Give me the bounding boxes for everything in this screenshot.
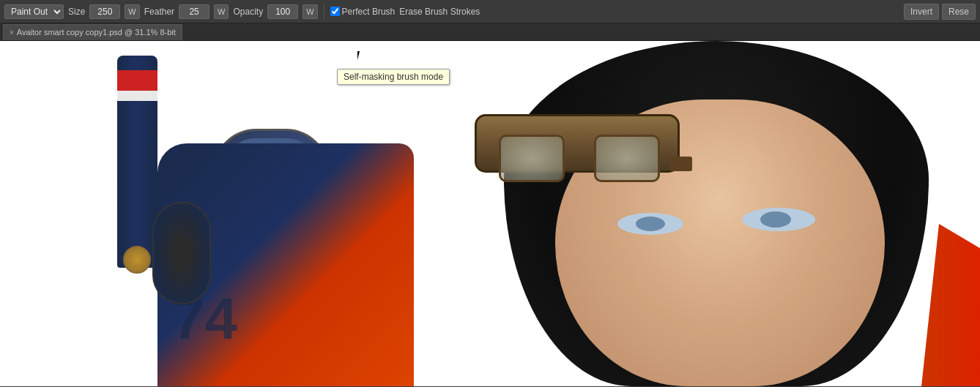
- tab-close-icon[interactable]: ×: [10, 29, 14, 37]
- goggles: [467, 99, 694, 195]
- engine: [152, 202, 211, 304]
- propeller: [117, 56, 157, 268]
- toolbar: Paint Out Paint In Size W Feather W Opac…: [0, 0, 980, 23]
- feather-label: Feather: [144, 7, 174, 17]
- propeller-stripe-white: [117, 91, 157, 101]
- opacity-label: Opacity: [233, 7, 263, 17]
- canvas-area[interactable]: 74 Self-masking brush mode: [0, 41, 980, 386]
- tooltip-text: Self-masking brush mode: [344, 72, 443, 82]
- toolbar-right-buttons: Invert Rese: [904, 4, 976, 20]
- propeller-emblem: [123, 246, 151, 274]
- feather-input[interactable]: [179, 4, 209, 19]
- reset-button[interactable]: Rese: [942, 4, 976, 20]
- perfect-brush-text: Perfect Brush: [342, 7, 396, 17]
- opacity-input[interactable]: [267, 4, 298, 19]
- invert-button[interactable]: Invert: [904, 4, 939, 20]
- tooltip: Self-masking brush mode: [337, 69, 450, 85]
- toolbar-separator: [324, 4, 324, 19]
- airplane-body: 74: [44, 56, 322, 363]
- feather-w-button[interactable]: W: [214, 4, 229, 19]
- tool-dropdown[interactable]: Paint Out Paint In: [4, 4, 64, 19]
- woman-figure: [467, 41, 980, 386]
- size-w-button[interactable]: W: [125, 4, 139, 19]
- tab-title: Avaitor smart copy copy1.psd @ 31.1% 8-b…: [17, 28, 176, 37]
- goggle-lens-right: [594, 135, 660, 182]
- goggle-strap: [670, 157, 692, 171]
- eye-right: [742, 208, 815, 231]
- size-label: Size: [68, 7, 85, 17]
- perfect-brush-label[interactable]: Perfect Brush: [330, 7, 396, 17]
- size-input[interactable]: [89, 4, 120, 19]
- tabbar: × Avaitor smart copy copy1.psd @ 31.1% 8…: [0, 23, 980, 41]
- opacity-w-button[interactable]: W: [302, 4, 317, 19]
- image-scene: 74: [0, 41, 980, 386]
- document-tab[interactable]: × Avaitor smart copy copy1.psd @ 31.1% 8…: [3, 24, 182, 40]
- erase-brush-strokes-label: Erase Brush Strokes: [399, 7, 480, 17]
- eye-left: [617, 213, 683, 235]
- perfect-brush-checkbox[interactable]: [330, 7, 340, 16]
- goggle-lens-left: [499, 135, 565, 182]
- goggle-frame: [475, 114, 680, 173]
- propeller-stripe-red: [117, 70, 157, 91]
